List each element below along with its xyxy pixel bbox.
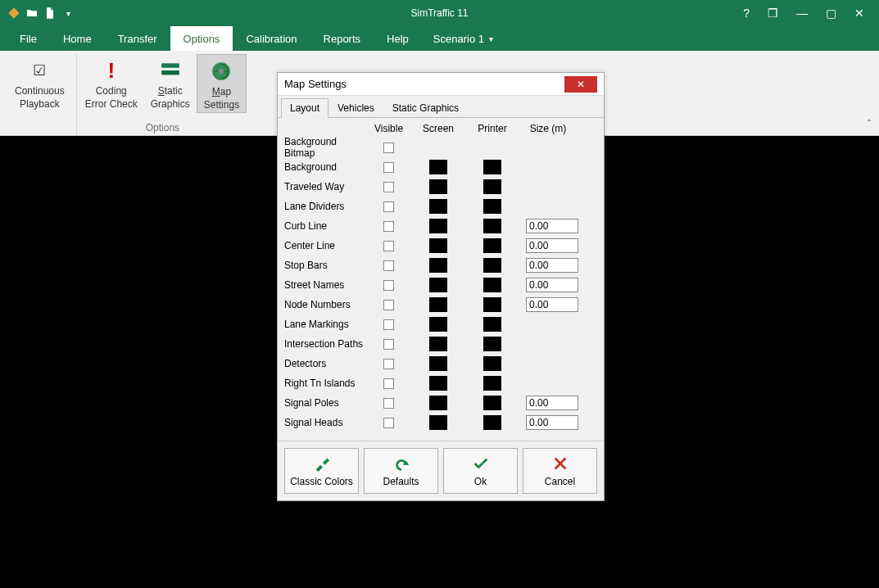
- visible-checkbox[interactable]: [383, 398, 394, 409]
- coding-error-check-button[interactable]: ! Coding Error Check: [79, 54, 144, 113]
- settings-row: Background: [284, 157, 597, 177]
- printer-color-swatch[interactable]: [483, 238, 501, 253]
- screen-color-swatch[interactable]: [429, 160, 447, 174]
- maximize-button[interactable]: ▢: [826, 7, 836, 20]
- printer-cell: [465, 219, 519, 233]
- screen-color-swatch[interactable]: [429, 337, 447, 351]
- size-input[interactable]: [526, 219, 578, 233]
- screen-color-swatch[interactable]: [429, 396, 447, 410]
- help-button[interactable]: ?: [743, 7, 750, 20]
- size-input[interactable]: [526, 278, 578, 292]
- printer-cell: [465, 160, 519, 174]
- size-input[interactable]: [526, 258, 578, 273]
- visible-cell: [366, 142, 411, 153]
- screen-color-swatch[interactable]: [429, 199, 447, 214]
- close-button[interactable]: ✕: [854, 7, 864, 20]
- visible-checkbox[interactable]: [383, 260, 394, 271]
- printer-color-swatch[interactable]: [483, 278, 501, 292]
- settings-row: Traveled Way: [284, 177, 597, 197]
- defaults-button[interactable]: Defaults: [364, 448, 438, 494]
- screen-color-swatch[interactable]: [429, 356, 447, 371]
- printer-color-swatch[interactable]: [483, 297, 501, 312]
- printer-color-swatch[interactable]: [483, 179, 501, 194]
- visible-checkbox[interactable]: [383, 339, 394, 350]
- size-input[interactable]: [526, 238, 578, 253]
- svg-rect-0: [161, 63, 179, 67]
- size-input[interactable]: [526, 415, 578, 430]
- tab-layout[interactable]: Layout: [281, 98, 328, 118]
- screen-cell: [411, 396, 465, 410]
- screen-color-swatch[interactable]: [429, 415, 447, 430]
- menu-reports[interactable]: Reports: [310, 26, 374, 51]
- screen-color-swatch[interactable]: [429, 238, 447, 253]
- visible-checkbox[interactable]: [383, 221, 394, 232]
- printer-color-swatch[interactable]: [483, 219, 501, 233]
- row-label: Traveled Way: [284, 181, 366, 192]
- new-file-icon[interactable]: [43, 6, 57, 20]
- screen-color-swatch[interactable]: [429, 278, 447, 292]
- menu-calibration[interactable]: Calibration: [233, 26, 310, 51]
- visible-cell: [366, 241, 411, 251]
- row-label: Background Bitmap: [284, 136, 366, 159]
- visible-checkbox[interactable]: [383, 201, 394, 212]
- visible-checkbox[interactable]: [383, 142, 394, 153]
- ok-button[interactable]: Ok: [443, 448, 518, 494]
- ribbon-group-label: Options: [146, 122, 179, 135]
- continuous-playback-button[interactable]: ☑ Continuous Playback: [8, 54, 71, 111]
- classic-colors-button[interactable]: Classic Colors: [284, 448, 359, 494]
- qat-dropdown-icon[interactable]: ▾: [61, 6, 75, 20]
- screen-color-swatch[interactable]: [429, 317, 447, 332]
- screen-color-swatch[interactable]: [429, 258, 447, 273]
- menu-home[interactable]: Home: [50, 26, 105, 51]
- screen-color-swatch[interactable]: [429, 297, 447, 312]
- screen-cell: [411, 160, 465, 174]
- open-folder-icon[interactable]: [25, 6, 39, 20]
- scenario-selector[interactable]: Scenario 1 ▾: [433, 33, 493, 45]
- visible-checkbox[interactable]: [383, 319, 394, 330]
- menu-transfer[interactable]: Transfer: [105, 26, 170, 51]
- title-bar: ▾ SimTraffic 11 ? ❐ — ▢ ✕: [0, 0, 879, 26]
- minimize-button[interactable]: —: [796, 7, 808, 20]
- row-label: Curb Line: [284, 220, 366, 232]
- printer-cell: [465, 199, 519, 214]
- visible-checkbox[interactable]: [383, 162, 394, 173]
- ribbon-group-options: ! Coding Error Check Static Graphics: [77, 54, 248, 135]
- printer-color-swatch[interactable]: [483, 415, 501, 430]
- visible-checkbox[interactable]: [383, 378, 394, 389]
- visible-checkbox[interactable]: [383, 280, 394, 291]
- cancel-button[interactable]: Cancel: [523, 448, 597, 494]
- printer-color-swatch[interactable]: [483, 337, 501, 351]
- printer-color-swatch[interactable]: [483, 376, 501, 391]
- button-label: Ok: [474, 476, 487, 487]
- tab-vehicles[interactable]: Vehicles: [328, 98, 383, 118]
- printer-color-swatch[interactable]: [483, 258, 501, 273]
- printer-color-swatch[interactable]: [483, 396, 501, 410]
- printer-cell: [465, 415, 519, 430]
- screen-cell: [411, 376, 465, 391]
- size-input[interactable]: [526, 396, 578, 410]
- screen-color-swatch[interactable]: [429, 219, 447, 233]
- visible-checkbox[interactable]: [383, 300, 394, 310]
- visible-checkbox[interactable]: [383, 418, 394, 428]
- visible-checkbox[interactable]: [383, 359, 394, 369]
- static-graphics-button[interactable]: Static Graphics: [144, 54, 197, 113]
- visible-checkbox[interactable]: [383, 241, 394, 251]
- screen-color-swatch[interactable]: [429, 179, 447, 194]
- printer-color-swatch[interactable]: [483, 317, 501, 332]
- printer-color-swatch[interactable]: [483, 356, 501, 371]
- menu-help[interactable]: Help: [374, 26, 422, 51]
- printer-color-swatch[interactable]: [483, 160, 501, 174]
- printer-cell: [465, 179, 519, 194]
- tab-static-graphics[interactable]: Static Graphics: [383, 98, 468, 118]
- screen-color-swatch[interactable]: [429, 376, 447, 391]
- menu-file[interactable]: File: [7, 26, 50, 51]
- size-input[interactable]: [526, 297, 578, 312]
- visible-checkbox[interactable]: [383, 182, 394, 192]
- menu-options[interactable]: Options: [170, 26, 233, 51]
- dialog-close-button[interactable]: ✕: [564, 76, 597, 93]
- map-settings-button[interactable]: Map Settings: [197, 54, 247, 113]
- collapse-ribbon-icon[interactable]: ˆ: [868, 119, 871, 130]
- printer-color-swatch[interactable]: [483, 199, 501, 214]
- settings-row: Curb Line: [284, 216, 597, 236]
- ribbon-toggle-button[interactable]: ❐: [768, 7, 778, 20]
